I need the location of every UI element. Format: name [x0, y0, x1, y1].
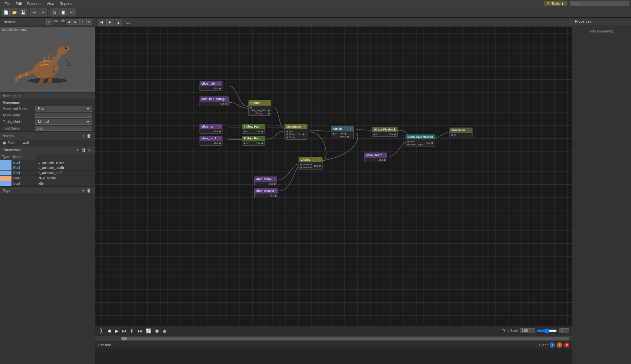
node-choice-1[interactable]: Choice Tail_wag_001 Facing	[248, 100, 271, 116]
facing-mode-row: Facing Mode Manual Auto	[0, 118, 95, 125]
preview-btn-1[interactable]: ◀	[66, 19, 72, 25]
node-clive-idle[interactable]: clive_idle Out	[200, 81, 222, 91]
menu-view[interactable]: View	[44, 2, 57, 6]
undo-button[interactable]: ↩	[31, 9, 38, 16]
cut-button[interactable]: ✂	[68, 9, 75, 16]
preview-btn-4[interactable]: ⚙	[86, 19, 92, 25]
motors-remove-button[interactable]: 🗑	[86, 133, 92, 138]
right-panel: Properties (No Elements)	[572, 18, 631, 364]
node-follow-path-1[interactable]: Follow Path In Out	[242, 124, 265, 134]
nav-forward-button[interactable]: ▶	[106, 19, 114, 26]
param-row[interactable]: Boolidle	[0, 181, 95, 186]
preview-set-path[interactable]: ✓	[46, 19, 52, 25]
node-direct-playback[interactable]: Direct Playback In Out	[372, 127, 398, 137]
anim-loop-button[interactable]: 🔄	[145, 328, 152, 334]
input-speed-value[interactable]	[35, 126, 92, 131]
anim-stop-button[interactable]: ⏹	[154, 328, 160, 334]
node-final-pose[interactable]: FinalPose In	[450, 128, 473, 137]
parameters-remove-button[interactable]: 🗑	[80, 147, 87, 152]
console-error-button[interactable]: ✕	[564, 342, 569, 348]
frame-input[interactable]	[559, 328, 569, 333]
node-movement[interactable]: Movement Idle Move Sprint Out	[284, 124, 307, 140]
param-row[interactable]: Floatclive_health	[0, 176, 95, 181]
preview-btn-3[interactable]: ↑	[79, 19, 85, 25]
active-motor-label: Active Motor	[3, 113, 34, 117]
param-row[interactable]: Boolb_animate_attack	[0, 160, 95, 165]
nav-back-button[interactable]: ◀	[98, 19, 105, 26]
nav-up-button[interactable]: ▲	[115, 19, 122, 26]
dinosaur-preview	[15, 33, 80, 86]
redo-button[interactable]: ↪	[39, 9, 47, 16]
find-input[interactable]	[570, 1, 629, 6]
node-dive-idle-eating[interactable]: dive_idle_eating Out	[200, 96, 229, 106]
param-row[interactable]: Boolb_animate_run2	[0, 171, 95, 176]
active-motor-row: Active Motor	[0, 112, 95, 118]
preview-btn-2[interactable]: ▶	[73, 19, 78, 25]
parameters-header: Parameters + 🗑 △	[0, 146, 95, 154]
walk-icon: 🚶	[98, 327, 105, 334]
graph-canvas[interactable]: clive_idle Out dive_idle_eating	[95, 27, 572, 325]
anim-next-frame-button[interactable]: ⏭	[137, 328, 143, 334]
svg-point-4	[66, 48, 66, 48]
anim-record-button[interactable]: ⏺	[106, 328, 113, 334]
menu-edit[interactable]: Edit	[13, 2, 25, 6]
console-warn-button[interactable]: !	[557, 342, 562, 348]
facing-mode-value[interactable]: Manual Auto	[35, 119, 92, 125]
node-clive-death[interactable]: clive_death Out	[364, 152, 387, 162]
anim-play-button[interactable]: ▶	[114, 328, 120, 334]
param-name-cell: b_animate_attack	[36, 160, 95, 165]
motor-path-label: Path	[8, 141, 21, 145]
node-clive-run[interactable]: clive_run Out	[200, 124, 222, 134]
save-button[interactable]: 💾	[19, 9, 27, 16]
motor-name: walk	[23, 141, 92, 145]
paste-button[interactable]: 📋	[59, 9, 67, 16]
timeline-thumb[interactable]	[121, 337, 127, 340]
node-choice-2[interactable]: Choice Attack01 Attack02 Out	[299, 157, 323, 170]
tools-button[interactable]: ⚙ Tools ▼	[544, 1, 567, 6]
node-clive-run2[interactable]: clive_run2 Out	[200, 136, 222, 146]
no-elements-label: (No Elements)	[572, 25, 631, 37]
console-header: Console Clear i ! ✕	[95, 341, 572, 349]
menu-file[interactable]: File	[2, 2, 13, 6]
console-info-button[interactable]: i	[550, 342, 555, 348]
anim-sync-button[interactable]: ⏏	[161, 328, 168, 334]
node-follow-path-2[interactable]: Follow Path In Out	[242, 136, 265, 146]
main-inputs-title: Main Inputs	[3, 94, 21, 98]
set-path-label: Set Path	[53, 19, 65, 25]
main-inputs-section: Main Inputs Movement Movement Mode Run W…	[0, 92, 95, 132]
properties-header: Properties	[572, 18, 631, 25]
tags-add-button[interactable]: +	[81, 188, 86, 193]
tags-remove-button[interactable]: 🗑	[86, 188, 92, 193]
time-slider[interactable]	[537, 328, 557, 334]
copy-button[interactable]: ⧉	[51, 9, 58, 16]
node-dive-attack2[interactable]: dive_attack2 Out	[254, 188, 278, 198]
graph-toolbar: ◀ ▶ ▲ Top	[95, 18, 572, 27]
node-attack[interactable]: Attack In null attack	[331, 126, 354, 139]
param-name-cell: idle	[36, 181, 95, 186]
anim-prev-frame-button[interactable]: ⏮	[121, 328, 128, 334]
facing-mode-select[interactable]: Manual Auto	[37, 120, 91, 124]
anim-timeline[interactable]	[95, 336, 572, 341]
active-motor-input[interactable]	[37, 113, 91, 117]
parameters-add-button[interactable]: +	[75, 147, 80, 152]
console-title: Console	[98, 343, 537, 347]
node-death-state-machine[interactable]: Death State Machine null Death_ragdoll O…	[406, 134, 435, 147]
menu-reports[interactable]: Reports	[57, 2, 75, 6]
new-button[interactable]: 📄	[2, 9, 10, 16]
param-type-cell: Float	[11, 176, 37, 181]
motors-add-button[interactable]: +	[81, 133, 86, 138]
clear-button[interactable]: Clear	[539, 343, 548, 347]
param-row[interactable]: Boolb_animate_death	[0, 165, 95, 171]
active-motor-value[interactable]	[35, 113, 92, 118]
menu-features[interactable]: Features	[25, 2, 44, 6]
open-button[interactable]: 📂	[11, 9, 18, 16]
anim-pause-button[interactable]: ⏸	[129, 328, 136, 334]
console-body	[95, 349, 572, 364]
movement-mode-select[interactable]: Run Walk Idle	[37, 107, 91, 111]
time-scale-input[interactable]	[520, 328, 535, 333]
parameters-sort-button[interactable]: △	[87, 147, 92, 152]
input-speed-input[interactable]	[37, 127, 91, 130]
node-dive-attack[interactable]: dive_attack Out	[254, 176, 277, 186]
movement-mode-value[interactable]: Run Walk Idle	[35, 106, 92, 111]
movement-mode-row: Movement Mode Run Walk Idle	[0, 105, 95, 112]
